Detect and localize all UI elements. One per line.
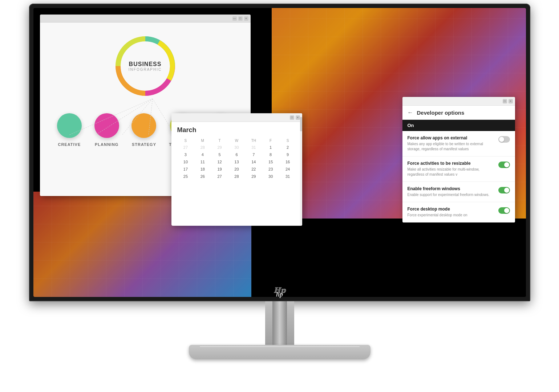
monitor-screen: — □ × (33, 8, 526, 297)
calendar-day[interactable]: 25 (177, 173, 194, 180)
planning-label: PLANNING (95, 142, 118, 147)
calendar-day[interactable]: 10 (177, 158, 194, 166)
calendar-day[interactable]: 31 (279, 173, 296, 180)
developer-toggle-desktop-mode[interactable] (498, 207, 510, 214)
developer-item-title: Force desktop mode (408, 207, 495, 212)
calendar-day[interactable]: 18 (194, 166, 211, 173)
presentation-minimize-btn[interactable]: — (232, 16, 237, 21)
calendar-day[interactable]: 28 (228, 173, 245, 180)
developer-header: ← Developer options (402, 106, 515, 120)
developer-item-desc: Make all activities resizable for multi-… (408, 167, 495, 177)
calendar-scrollbar-track (300, 113, 302, 226)
developer-toggle-force-resizable[interactable] (498, 162, 510, 168)
calendar-day[interactable]: 16 (279, 158, 296, 166)
calendar-day[interactable]: 3 (177, 151, 194, 158)
calendar-day[interactable]: 2 (279, 144, 296, 151)
presentation-close-btn[interactable]: × (244, 16, 248, 21)
calendar-day[interactable]: 1 (262, 144, 279, 151)
calendar-row-5: 25 26 27 28 29 30 31 (177, 173, 296, 180)
calendar-day[interactable]: 7 (245, 151, 262, 158)
calendar-day[interactable]: 29 (245, 173, 262, 180)
developer-toggle-freeform[interactable] (498, 187, 510, 193)
developer-item-text: Force allow apps on external Makes any a… (408, 135, 495, 152)
calendar-day[interactable]: 28 (194, 144, 211, 151)
hp-bezel-logo: hp (276, 291, 283, 298)
developer-options-panel: □ × ← Developer options On Force allow a… (402, 97, 515, 222)
developer-item-force-resizable: Force activities to be resizable Make al… (402, 156, 515, 182)
developer-back-button[interactable]: ← (408, 109, 413, 116)
day-header-fri: F (262, 138, 279, 144)
calendar-day[interactable]: 27 (211, 173, 228, 180)
day-header-tue: T (211, 138, 228, 144)
creative-circle (57, 113, 82, 138)
planning-circle (94, 113, 119, 138)
developer-item-desc: Makes any app eligible to be written to … (408, 142, 495, 152)
strategy-circle (131, 113, 156, 138)
calendar-day[interactable]: 9 (279, 151, 296, 158)
calendar-row-1: 27 28 29 30 31 1 2 (177, 144, 296, 151)
presentation-titlebar: — □ × (40, 15, 251, 23)
calendar-day[interactable]: 24 (279, 166, 296, 173)
calendar-day[interactable]: 20 (228, 166, 245, 173)
calendar-day[interactable]: 5 (211, 151, 228, 158)
developer-close-btn[interactable]: × (509, 99, 513, 103)
calendar-row-3: 10 11 12 13 14 15 16 (177, 158, 296, 166)
calendar-day[interactable]: 8 (262, 151, 279, 158)
calendar-day[interactable]: 26 (194, 173, 211, 180)
calendar-day[interactable]: 19 (211, 166, 228, 173)
calendar-day[interactable]: 13 (228, 158, 245, 166)
presentation-maximize-btn[interactable]: □ (238, 16, 243, 21)
day-header-sat: S (279, 138, 296, 144)
creative-label: CREATIVE (58, 142, 81, 147)
developer-item-text: Enable freeform windows Enable support f… (408, 186, 495, 197)
calendar-row-4: 17 18 19 20 22 23 24 (177, 166, 296, 173)
developer-minimize-btn[interactable]: □ (503, 99, 507, 103)
calendar-day[interactable]: 30 (228, 144, 245, 151)
developer-item-freeform: Enable freeform windows Enable support f… (402, 182, 515, 202)
calendar-day[interactable]: 6 (228, 151, 245, 158)
calendar-close-btn[interactable]: × (296, 115, 300, 120)
developer-titlebar: □ × (402, 97, 515, 106)
calendar-content: March S M T W TH F S (171, 122, 302, 184)
developer-status-text: On (408, 123, 414, 128)
calendar-day[interactable]: 12 (211, 158, 228, 166)
calendar-day[interactable]: 15 (262, 158, 279, 166)
circle-item-strategy: STRATEGY (131, 113, 156, 147)
calendar-day[interactable]: 4 (194, 151, 211, 158)
developer-item-force-allow: Force allow apps on external Makes any a… (402, 131, 515, 156)
developer-item-desktop-mode: Force desktop mode Force experimental de… (402, 202, 515, 222)
calendar-day[interactable]: 14 (245, 158, 262, 166)
calendar-minimize-btn[interactable]: □ (290, 115, 294, 120)
calendar-scrollbar-thumb[interactable] (300, 117, 302, 131)
calendar-day[interactable]: 30 (262, 173, 279, 180)
developer-options-title: Developer options (417, 110, 465, 116)
calendar-row-2: 3 4 5 6 7 8 9 (177, 151, 296, 158)
calendar-header-row: S M T W TH F S (177, 138, 296, 144)
developer-toggle-force-allow[interactable] (498, 136, 510, 143)
calendar-grid: S M T W TH F S 27 (177, 138, 296, 180)
monitor-neck (265, 301, 294, 345)
developer-status-bar: On (402, 120, 515, 131)
developer-item-text: Force activities to be resizable Make al… (408, 161, 495, 177)
day-header-mon: M (194, 138, 211, 144)
developer-item-text: Force desktop mode Force experimental de… (408, 207, 495, 218)
monitor: — □ × (25, 4, 534, 388)
business-infographic-title: BUSINESS INFOGRAPHIC (129, 61, 162, 72)
developer-item-desc: Force experimental desktop mode on (408, 213, 495, 218)
developer-item-title: Force allow apps on external (408, 135, 495, 140)
developer-item-title: Enable freeform windows (408, 186, 495, 191)
calendar-day[interactable]: 23 (262, 166, 279, 173)
calendar-day[interactable]: 31 (245, 144, 262, 151)
calendar-day[interactable]: 27 (177, 144, 194, 151)
calendar-panel: □ × March S M T W TH F (171, 113, 302, 226)
monitor-bezel: — □ × (29, 4, 530, 301)
calendar-day[interactable]: 11 (194, 158, 211, 166)
developer-item-title: Force activities to be resizable (408, 161, 495, 166)
circle-item-planning: PLANNING (94, 113, 119, 147)
calendar-day[interactable]: 29 (211, 144, 228, 151)
calendar-day[interactable]: 22 (245, 166, 262, 173)
developer-item-desc: Enable support for experimental freeform… (408, 192, 495, 197)
circle-item-creative: CREATIVE (57, 113, 82, 147)
day-header-thu: TH (245, 138, 262, 144)
calendar-day[interactable]: 17 (177, 166, 194, 173)
